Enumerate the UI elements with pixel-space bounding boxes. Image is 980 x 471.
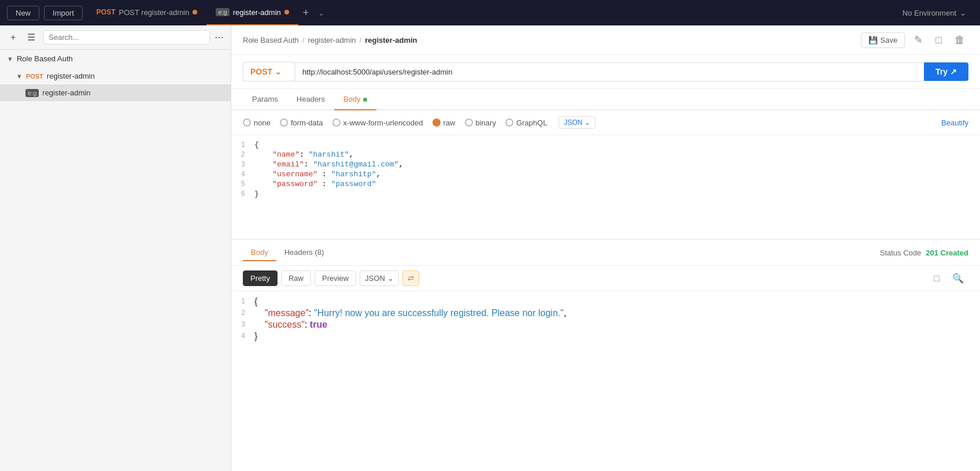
resp-line-4: 4 } bbox=[231, 331, 980, 342]
option-graphql[interactable]: GraphQL bbox=[505, 118, 547, 127]
body-dot bbox=[363, 98, 367, 102]
collection-header[interactable]: ▼ Role Based Auth bbox=[0, 50, 231, 68]
resp-line-3: 3 "success": true bbox=[231, 319, 980, 331]
sidebar-search-input[interactable] bbox=[43, 30, 210, 44]
radio-form-data bbox=[280, 118, 288, 127]
resp-tab-body[interactable]: Body bbox=[243, 244, 276, 261]
status-code-value: 201 Created bbox=[926, 249, 968, 257]
breadcrumb-part1[interactable]: Role Based Auth bbox=[243, 36, 299, 44]
radio-none bbox=[243, 118, 251, 127]
request-name: register-admin bbox=[47, 72, 95, 80]
radio-raw bbox=[432, 118, 441, 127]
env-label: No Environment bbox=[903, 9, 956, 17]
breadcrumb-part2[interactable]: register-admin bbox=[308, 36, 356, 44]
tab-eg-register-admin[interactable]: e:g register-admin bbox=[206, 0, 298, 25]
edit-button[interactable]: ✎ bbox=[911, 31, 926, 49]
save-icon: 💾 bbox=[868, 36, 878, 44]
resp-tab-headers[interactable]: Headers (8) bbox=[276, 244, 332, 261]
option-urlencoded[interactable]: x-www-form-urlencoded bbox=[332, 118, 423, 127]
delete-button[interactable]: 🗑 bbox=[951, 32, 968, 49]
response-tabs: Body Headers (8) bbox=[243, 244, 332, 261]
body-options: none form-data x-www-form-urlencoded raw… bbox=[231, 110, 980, 135]
save-button[interactable]: 💾 Save bbox=[861, 32, 905, 48]
breadcrumb-sep1: / bbox=[302, 36, 305, 44]
json-chevron-icon: ⌄ bbox=[585, 118, 590, 127]
sidebar-toolbar: + ☰ ⋯ bbox=[0, 25, 231, 50]
breadcrumb: Role Based Auth / register-admin / regis… bbox=[243, 36, 417, 44]
sidebar-content: ▼ Role Based Auth ▼ POST register-admin … bbox=[0, 50, 231, 471]
sub-item-icon: e:g bbox=[25, 89, 39, 97]
tab2-label: register-admin bbox=[233, 8, 281, 17]
method-chevron-icon: ⌄ bbox=[275, 67, 282, 76]
tab-body[interactable]: Body bbox=[334, 89, 376, 110]
top-bar-left: New Import bbox=[7, 6, 83, 20]
env-chevron: ⌄ bbox=[960, 9, 966, 17]
resp-copy-button[interactable]: □ bbox=[929, 270, 944, 286]
resp-json-chevron-icon: ⌄ bbox=[387, 274, 394, 283]
format-pretty-button[interactable]: Pretty bbox=[243, 270, 278, 286]
response-body: 1 { 2 "message": "Hurry! now you are suc… bbox=[231, 291, 980, 471]
format-raw-button[interactable]: Raw bbox=[281, 270, 311, 286]
response-header: Body Headers (8) Status Code 201 Created bbox=[231, 240, 980, 266]
try-button[interactable]: Try ↗ bbox=[924, 62, 968, 81]
request-method-badge: POST bbox=[26, 73, 43, 80]
code-line-5: 5 "password" : "password" bbox=[231, 179, 980, 189]
request-body-editor[interactable]: 1 { 2 "name": "harshit", 3 "email": "har… bbox=[231, 135, 980, 239]
main-layout: + ☰ ⋯ ▼ Role Based Auth ▼ POST register-… bbox=[0, 25, 980, 471]
new-button[interactable]: New bbox=[7, 6, 39, 20]
tabs-dropdown[interactable]: ⌄ bbox=[313, 9, 329, 17]
breadcrumb-bar: Role Based Auth / register-admin / regis… bbox=[231, 25, 980, 55]
new-tab-button[interactable]: + bbox=[298, 7, 314, 19]
tab1-dot bbox=[193, 10, 197, 14]
option-binary[interactable]: binary bbox=[465, 118, 496, 127]
breadcrumb-actions: 💾 Save ✎ □ 🗑 bbox=[861, 31, 968, 49]
sidebar-more-button[interactable]: ⋯ bbox=[215, 32, 224, 43]
copy-button[interactable]: □ bbox=[932, 32, 945, 49]
environment-selector[interactable]: No Environment ⌄ bbox=[896, 9, 973, 17]
save-label: Save bbox=[880, 36, 897, 44]
sidebar-add-button[interactable]: + bbox=[7, 31, 19, 44]
tabs-bar: POST POST register-admin e:g register-ad… bbox=[87, 0, 891, 25]
status-code-label: Status Code bbox=[880, 249, 922, 257]
option-none[interactable]: none bbox=[243, 118, 271, 127]
top-bar: New Import POST POST register-admin e:g … bbox=[0, 0, 980, 25]
response-section: Body Headers (8) Status Code 201 Created… bbox=[231, 239, 980, 471]
collection-name: Role Based Auth bbox=[17, 54, 224, 63]
tab2-icon: e:g bbox=[216, 8, 229, 16]
resp-json-selector[interactable]: JSON ⌄ bbox=[360, 270, 399, 286]
sidebar-sub-item[interactable]: e:g register-admin bbox=[0, 84, 231, 101]
resp-line-1: 1 { bbox=[231, 296, 980, 307]
request-panel: Role Based Auth / register-admin / regis… bbox=[231, 25, 980, 471]
code-line-4: 4 "username" : "harshitp", bbox=[231, 169, 980, 179]
code-line-1: 1 { bbox=[231, 140, 980, 150]
beautify-button[interactable]: Beautify bbox=[941, 118, 968, 127]
breadcrumb-sep2: / bbox=[360, 36, 362, 44]
method-select[interactable]: POST ⌄ bbox=[243, 62, 295, 81]
request-tabs: Params Headers Body bbox=[231, 89, 980, 110]
response-toolbar: Pretty Raw Preview JSON ⌄ ⇄ □ 🔍 bbox=[231, 266, 980, 291]
breadcrumb-current: register-admin bbox=[365, 36, 417, 44]
tab2-dot bbox=[284, 10, 289, 14]
tab1-method: POST bbox=[97, 8, 116, 16]
radio-urlencoded bbox=[332, 118, 341, 127]
tab-post-register-admin[interactable]: POST POST register-admin bbox=[87, 0, 207, 25]
resp-search-button[interactable]: 🔍 bbox=[948, 270, 968, 286]
format-preview-button[interactable]: Preview bbox=[315, 270, 356, 286]
sub-item-label: register-admin bbox=[42, 88, 90, 97]
sidebar-filter-button[interactable]: ☰ bbox=[24, 31, 39, 44]
request-chevron-icon: ▼ bbox=[16, 73, 23, 80]
tab-params[interactable]: Params bbox=[243, 89, 287, 110]
collection-chevron-icon: ▼ bbox=[7, 55, 13, 62]
url-input[interactable] bbox=[295, 62, 924, 81]
sidebar-request-item[interactable]: ▼ POST register-admin bbox=[0, 68, 231, 84]
status-code-display: Status Code 201 Created bbox=[880, 249, 968, 257]
tab-headers[interactable]: Headers bbox=[287, 89, 334, 110]
resp-wrap-button[interactable]: ⇄ bbox=[402, 270, 419, 286]
code-line-2: 2 "name": "harshit", bbox=[231, 150, 980, 160]
option-raw[interactable]: raw bbox=[432, 118, 456, 127]
resp-line-2: 2 "message": "Hurry! now you are success… bbox=[231, 307, 980, 319]
radio-graphql bbox=[505, 118, 513, 127]
option-form-data[interactable]: form-data bbox=[280, 118, 323, 127]
json-type-selector[interactable]: JSON ⌄ bbox=[559, 116, 596, 129]
import-button[interactable]: Import bbox=[44, 6, 83, 20]
